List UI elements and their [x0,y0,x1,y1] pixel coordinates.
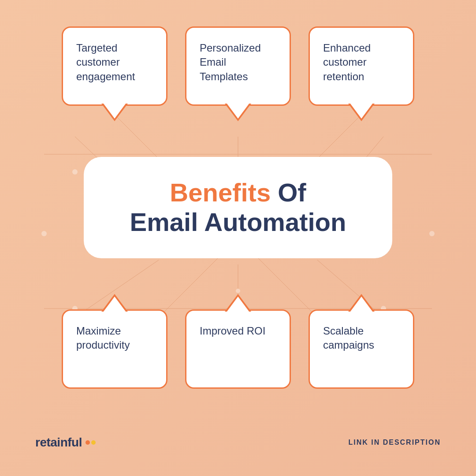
brand-name-text: retainful [35,435,82,449]
hero-of-word: Of [271,178,306,207]
card-maximize-productivity: Maximize productivity [62,309,167,389]
footer: retainful LINK IN DESCRIPTION [35,435,441,450]
card-enhanced-retention-text: Enhanced customer retention [323,41,400,84]
hero-benefits-word: Benefits [170,178,271,207]
hero-title-line1: Benefits Of [110,178,366,208]
card-scalable-campaigns-text: Scalable campaigns [323,324,400,353]
top-cards-row: Targeted customer engagement Personalize… [35,26,441,106]
bottom-cards-row: Maximize productivity Improved ROI Scala… [35,309,441,389]
card-improved-roi: Improved ROI [185,309,291,389]
card-targeted-engagement-text: Targeted customer engagement [76,41,153,84]
brand-name: retainful [35,435,82,450]
card-personalized-templates-text: Personalized Email Templates [200,41,276,84]
hero-title-line2: Email Automation [110,208,366,237]
card-enhanced-retention: Enhanced customer retention [309,26,414,106]
card-improved-roi-text: Improved ROI [200,324,276,338]
card-maximize-productivity-text: Maximize productivity [76,324,153,353]
card-scalable-campaigns: Scalable campaigns [309,309,414,389]
hero-box: Benefits Of Email Automation [84,157,392,258]
brand-dot-orange [86,440,90,445]
card-targeted-engagement: Targeted customer engagement [62,26,167,106]
card-personalized-templates: Personalized Email Templates [185,26,291,106]
brand-logo: retainful [35,435,96,450]
link-in-description: LINK IN DESCRIPTION [348,439,441,446]
main-container: Targeted customer engagement Personalize… [0,0,476,476]
brand-dot-yellow [91,440,96,445]
